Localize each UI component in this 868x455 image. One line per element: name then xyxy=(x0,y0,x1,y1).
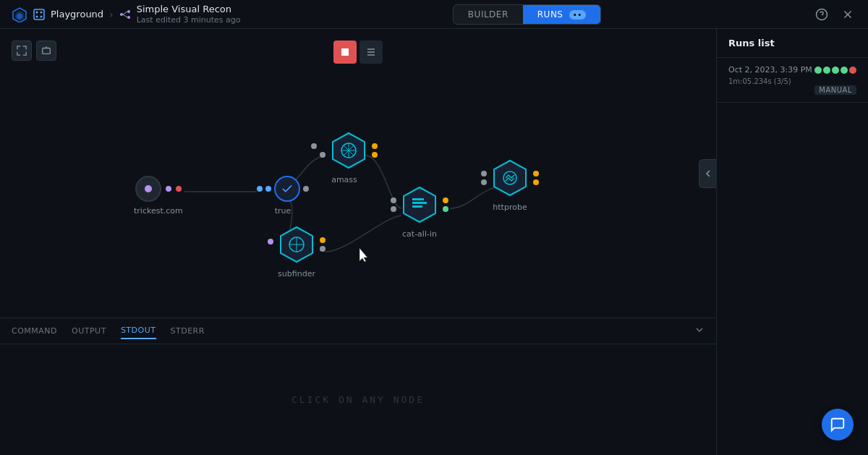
run-badge: MANUAL xyxy=(814,85,856,95)
node-true[interactable]: true xyxy=(257,176,309,216)
svg-rect-36 xyxy=(412,198,424,200)
close-button[interactable] xyxy=(839,6,856,23)
breadcrumb-separator: › xyxy=(109,9,114,20)
run-dot-3 xyxy=(832,67,839,74)
node-httprobe-label: httprobe xyxy=(493,203,527,212)
node-amass-label: amass xyxy=(331,175,357,184)
svg-point-4 xyxy=(36,11,38,13)
run-dot-4 xyxy=(841,67,848,74)
svg-marker-37 xyxy=(494,161,526,195)
runs-panel-title: Runs list xyxy=(717,29,868,58)
svg-rect-3 xyxy=(34,9,44,20)
run-item[interactable]: Oct 2, 2023, 3:39 PM 1m:05.234s (3/5) MA… xyxy=(717,58,868,103)
graph-canvas[interactable]: trickest.com true xyxy=(0,29,716,318)
playground-icon xyxy=(33,9,45,20)
click-hint: CLICK ON ANY NODE xyxy=(292,394,425,405)
node-subfinder-label: subfinder xyxy=(278,269,315,278)
svg-point-9 xyxy=(127,10,130,13)
stop-button[interactable] xyxy=(333,41,357,64)
runs-panel: Runs list Oct 2, 2023, 3:39 PM 1m:05.234… xyxy=(716,29,868,455)
node-trickest-label: trickest.com xyxy=(134,206,183,216)
tab-output[interactable]: OUTPUT xyxy=(72,323,106,339)
svg-rect-34 xyxy=(412,202,427,204)
header: Playground › Simple Visual Recon Last ed… xyxy=(0,0,868,29)
bottom-content: CLICK ON ANY NODE xyxy=(0,344,716,455)
svg-point-5 xyxy=(41,11,43,13)
run-dots xyxy=(814,67,856,74)
node-subfinder[interactable]: subfinder xyxy=(268,224,326,278)
run-status-row: MANUAL xyxy=(728,85,856,95)
node-amass[interactable]: amass xyxy=(311,130,378,184)
playground-label: Playground xyxy=(51,9,103,20)
node-cat-all-in[interactable]: cat-all-in xyxy=(391,184,448,239)
tab-command[interactable]: COMMAND xyxy=(12,323,57,339)
workflow-name: Simple Visual Recon xyxy=(137,4,241,14)
help-button[interactable] xyxy=(813,6,830,23)
last-edited: Last edited 3 minutes ago xyxy=(137,15,241,25)
header-right xyxy=(813,6,856,23)
fit-view-button[interactable] xyxy=(12,41,32,61)
run-timestamp: Oct 2, 2023, 3:39 PM xyxy=(728,65,812,75)
svg-line-12 xyxy=(123,14,127,17)
header-left: Playground › Simple Visual Recon Last ed… xyxy=(12,4,240,25)
tab-builder[interactable]: BUILDER xyxy=(454,5,523,24)
svg-rect-35 xyxy=(412,205,422,208)
svg-rect-21 xyxy=(43,48,51,54)
tab-stdout[interactable]: STDOUT xyxy=(121,323,156,339)
tab-runs[interactable]: RUNS •• xyxy=(523,5,600,24)
canvas-controls xyxy=(12,41,56,61)
workflow-name-group: Simple Visual Recon Last edited 3 minute… xyxy=(137,4,241,25)
bottom-panel: COMMAND OUTPUT STDOUT STDERR CLICK ON AN… xyxy=(0,318,716,455)
brand-logo xyxy=(12,7,27,22)
workflow-icon xyxy=(119,9,131,20)
tab-runs-label: RUNS xyxy=(537,9,563,20)
fullscreen-button[interactable] xyxy=(36,41,56,61)
run-dot-2 xyxy=(823,67,830,74)
canvas-toolbar xyxy=(333,41,383,64)
chat-button[interactable] xyxy=(822,409,854,441)
node-true-label: true xyxy=(275,206,292,216)
header-center: BUILDER RUNS •• xyxy=(453,4,601,25)
run-dot-5 xyxy=(849,67,856,74)
svg-line-11 xyxy=(123,12,127,14)
svg-marker-33 xyxy=(404,187,435,222)
node-trickest[interactable]: trickest.com xyxy=(134,176,183,216)
expand-bottom-panel[interactable] xyxy=(694,325,705,337)
run-sub-info: 1m:05.234s (3/5) xyxy=(728,77,856,85)
tab-runs-badge: •• xyxy=(569,10,586,20)
run-item-header: Oct 2, 2023, 3:39 PM xyxy=(728,65,856,75)
svg-rect-17 xyxy=(341,48,349,56)
svg-point-10 xyxy=(127,16,130,19)
node-httprobe[interactable]: httprobe xyxy=(481,158,539,212)
svg-point-6 xyxy=(36,15,38,17)
node-cat-all-in-label: cat-all-in xyxy=(402,229,437,239)
svg-point-7 xyxy=(41,15,43,17)
run-dot-1 xyxy=(814,67,822,74)
tab-group: BUILDER RUNS •• xyxy=(453,4,601,25)
bottom-tabs: COMMAND OUTPUT STDOUT STDERR xyxy=(0,318,716,344)
panel-toggle[interactable] xyxy=(699,159,716,188)
list-view-button[interactable] xyxy=(359,41,383,64)
tab-stderr[interactable]: STDERR xyxy=(171,323,205,339)
main-area: trickest.com true xyxy=(0,29,868,455)
svg-point-8 xyxy=(120,13,123,16)
